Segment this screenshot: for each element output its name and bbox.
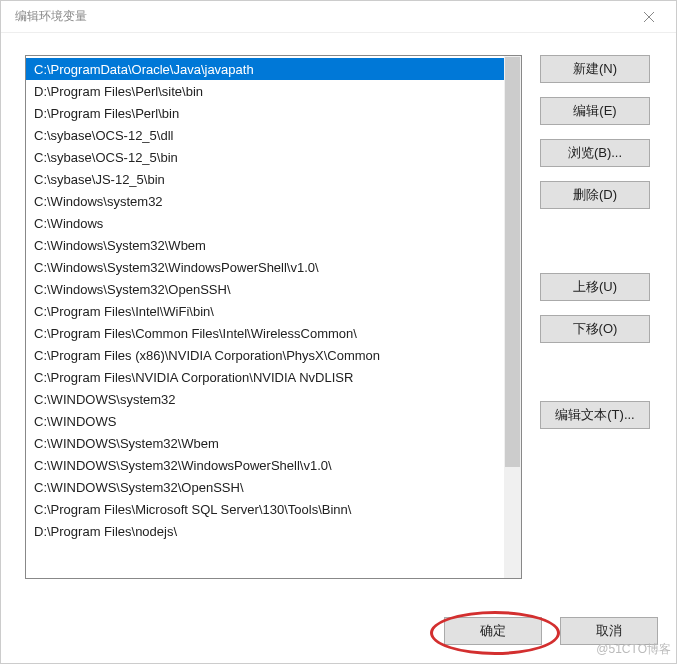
edit-button[interactable]: 编辑(E) [540, 97, 650, 125]
list-item[interactable]: C:\Windows\system32 [26, 190, 521, 212]
list-item[interactable]: C:\sybase\JS-12_5\bin [26, 168, 521, 190]
list-item[interactable]: C:\Windows\System32\Wbem [26, 234, 521, 256]
list-item[interactable]: C:\Program Files (x86)\NVIDIA Corporatio… [26, 344, 521, 366]
env-var-dialog: 编辑环境变量 C:\ProgramData\Oracle\Java\javapa… [0, 0, 677, 664]
list-item[interactable]: D:\Program Files\Perl\site\bin [26, 80, 521, 102]
list-item[interactable]: C:\Program Files\NVIDIA Corporation\NVID… [26, 366, 521, 388]
list-item[interactable]: D:\Program Files\Perl\bin [26, 102, 521, 124]
content-area: C:\ProgramData\Oracle\Java\javapathD:\Pr… [1, 33, 676, 617]
list-item[interactable]: C:\sybase\OCS-12_5\dll [26, 124, 521, 146]
list-item[interactable]: C:\WINDOWS\System32\Wbem [26, 432, 521, 454]
dialog-title: 编辑环境变量 [15, 8, 87, 25]
watermark: @51CTO博客 [596, 641, 671, 658]
list-item[interactable]: C:\WINDOWS\System32\WindowsPowerShell\v1… [26, 454, 521, 476]
path-listbox[interactable]: C:\ProgramData\Oracle\Java\javapathD:\Pr… [25, 55, 522, 579]
list-item[interactable]: C:\Program Files\Intel\WiFi\bin\ [26, 300, 521, 322]
delete-button[interactable]: 删除(D) [540, 181, 650, 209]
list-item[interactable]: C:\Program Files\Microsoft SQL Server\13… [26, 498, 521, 520]
list-item[interactable]: C:\WINDOWS [26, 410, 521, 432]
browse-button[interactable]: 浏览(B)... [540, 139, 650, 167]
edit-text-button[interactable]: 编辑文本(T)... [540, 401, 650, 429]
side-button-column: 新建(N) 编辑(E) 浏览(B)... 删除(D) 上移(U) 下移(O) 编… [540, 55, 650, 607]
bottom-bar: 确定 取消 [1, 617, 676, 663]
move-up-button[interactable]: 上移(U) [540, 273, 650, 301]
close-button[interactable] [632, 3, 666, 31]
close-icon [644, 12, 654, 22]
move-down-button[interactable]: 下移(O) [540, 315, 650, 343]
list-item[interactable]: D:\Program Files\nodejs\ [26, 520, 521, 542]
list-item[interactable]: C:\WINDOWS\System32\OpenSSH\ [26, 476, 521, 498]
ok-button[interactable]: 确定 [444, 617, 542, 645]
list-item[interactable]: C:\Windows\System32\WindowsPowerShell\v1… [26, 256, 521, 278]
new-button[interactable]: 新建(N) [540, 55, 650, 83]
scrollbar[interactable] [504, 56, 521, 578]
titlebar: 编辑环境变量 [1, 1, 676, 33]
list-item[interactable]: C:\WINDOWS\system32 [26, 388, 521, 410]
list-item[interactable]: C:\Windows [26, 212, 521, 234]
list-item[interactable]: C:\Program Files\Common Files\Intel\Wire… [26, 322, 521, 344]
scroll-thumb[interactable] [505, 57, 520, 467]
list-item[interactable]: C:\sybase\OCS-12_5\bin [26, 146, 521, 168]
list-item[interactable]: C:\Windows\System32\OpenSSH\ [26, 278, 521, 300]
list-item[interactable]: C:\ProgramData\Oracle\Java\javapath [26, 58, 521, 80]
